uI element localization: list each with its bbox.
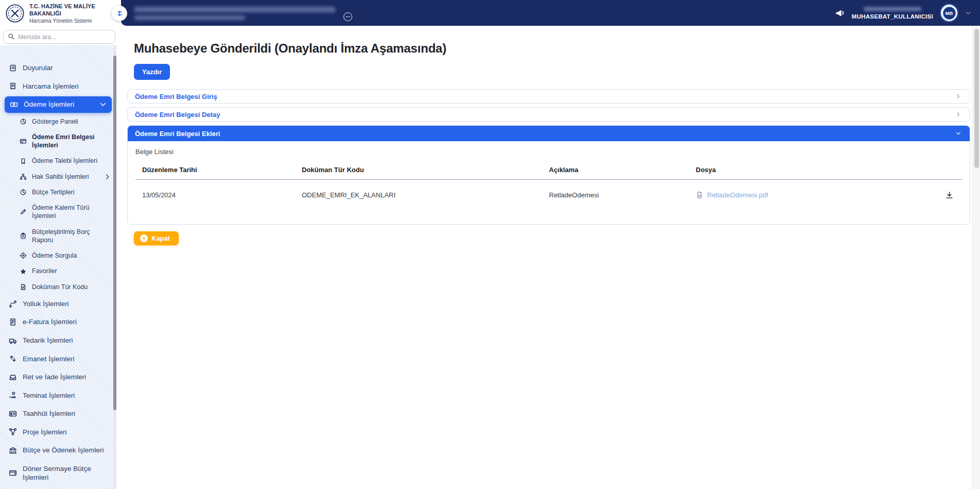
sidebar-item-label: Ödeme İşlemleri: [24, 100, 74, 109]
avatar[interactable]: MB: [940, 4, 958, 22]
sidebar-item-label: Ödeme Kalemi Türü İşlemleri: [32, 204, 97, 221]
file-link[interactable]: RetladeOdemesi.pdf: [707, 191, 768, 199]
accordion-odeme-emri-belgesi-giris[interactable]: Ödeme Emri Belgesi Giriş: [127, 89, 970, 104]
sidebar-item-tedarik-islemleri[interactable]: Tedarik İşlemleri: [0, 331, 116, 350]
sidebar-item-teminat-islemleri[interactable]: Teminat İşlemleri: [0, 386, 116, 405]
sidebar-item-favoriler[interactable]: Favoriler: [20, 263, 116, 279]
banknote-icon: [10, 100, 18, 109]
sidebar-item-label: e-Fatura İşlemleri: [23, 317, 77, 327]
print-button-label: Yazdır: [142, 68, 162, 76]
table-row: 13/05/2024 ODEME_EMRI_EK_ALANLARI Retlad…: [135, 180, 962, 203]
sidebar-scrollbar-track: [113, 45, 116, 489]
sidebar-item-gosterge-paneli[interactable]: Gösterge Paneli: [20, 114, 116, 129]
sidebar-item-butce-tertipleri[interactable]: Bütçe Tertipleri: [20, 184, 116, 200]
accordion-group: Ödeme Emri Belgesi Giriş Ödeme Emri Belg…: [127, 89, 970, 225]
truck-icon: [9, 336, 17, 345]
sidebar-item-label: Bütçeleştirilmiş Borç Raporu: [32, 228, 111, 245]
sidebar-item-odeme-sorgula[interactable]: Ödeme Sorgula: [20, 248, 116, 263]
sidebar-item-butce-ve-odenek-islemleri[interactable]: Bütçe ve Ödenek İşlemleri: [0, 441, 116, 460]
sidebar-item-hak-sahibi-islemleri[interactable]: Hak Sahibi İşlemleri: [20, 169, 116, 184]
menu-search-input[interactable]: [3, 30, 115, 44]
accordion-label: Ödeme Emri Belgesi Giriş: [135, 93, 217, 100]
column-header-doc-type: Doküman Tür Kodu: [295, 163, 542, 180]
sidebar-item-dokuman-tur-kodu[interactable]: Doküman Tür Kodu: [20, 279, 116, 295]
receipt-icon: [9, 82, 17, 90]
sidebar-scrollbar-thumb[interactable]: [113, 56, 116, 410]
more-options-button[interactable]: [343, 12, 352, 21]
sidebar-item-label: Taahhüt İşlemleri: [23, 409, 75, 418]
accordion-odeme-emri-belgesi-detay[interactable]: Ödeme Emri Belgesi Detay: [127, 107, 970, 122]
cell-doc-type: ODEME_EMRI_EK_ALANLARI: [295, 180, 542, 203]
sidebar-item-harcama-islemleri[interactable]: Harcama İşlemleri: [0, 77, 116, 96]
accordion-odeme-emri-belgesi-ekleri[interactable]: Ödeme Emri Belgesi Ekleri: [128, 126, 970, 141]
id-card-icon: [9, 410, 17, 418]
exchange-icon: [9, 355, 17, 363]
sidebar-item-e-fatura-islemleri[interactable]: e-Fatura İşlemleri: [0, 313, 116, 331]
download-icon: [945, 191, 954, 199]
sidebar-item-taahhut-islemleri[interactable]: Taahhüt İşlemleri: [0, 404, 116, 423]
sidebar-item-odeme-kalemi-turu-islemleri[interactable]: Ödeme Kalemi Türü İşlemleri: [20, 200, 116, 224]
sidebar-item-label: Hak Sahibi İşlemleri: [32, 173, 89, 181]
chevron-down-icon: [99, 100, 107, 109]
sidebar-item-odeme-talebi-islemleri[interactable]: Ödeme Talebi İşlemleri: [20, 153, 116, 168]
close-button-label: Kapat: [151, 234, 170, 242]
download-button[interactable]: [945, 191, 954, 199]
redacted-office-title-line2: [134, 15, 245, 20]
inbox-icon: [9, 373, 17, 381]
sidebar-item-label: Emanet İşlemleri: [23, 355, 75, 364]
user-menu-chevron-down-icon[interactable]: [965, 10, 972, 16]
sitemap-icon: [20, 173, 27, 180]
column-header-actions: [905, 163, 962, 180]
sidebar-item-odeme-islemleri[interactable]: Ödeme İşlemleri: [5, 96, 112, 113]
sidebar-item-yolluk-islemleri[interactable]: Yolluk İşlemleri: [0, 295, 116, 313]
sidebar-item-mahkeme-harc-ve-giderleri-islemleri[interactable]: Mahkeme Harç ve Giderleri İşlemleri: [0, 487, 116, 489]
sidebar-item-label: Favoriler: [32, 267, 57, 275]
sidebar-item-duyurular[interactable]: Duyurular: [0, 59, 116, 77]
sidebar-item-label: Proje İşlemleri: [23, 428, 67, 437]
star-icon: [20, 268, 27, 275]
sidebar-item-emanet-islemleri[interactable]: Emanet İşlemleri: [0, 350, 116, 368]
collapse-sidebar-icon: [115, 9, 124, 18]
sidebar-item-doner-sermaye-butce-islemleri[interactable]: Döner Sermaye Bütçe İşlemleri: [0, 460, 116, 487]
chevron-right-icon: [104, 173, 111, 180]
route-icon: [9, 300, 17, 308]
pdf-file-icon: [696, 191, 703, 199]
credit-card-icon: [20, 138, 27, 145]
attachments-table: Düzenleme Tarihi Doküman Tür Kodu Açıkla…: [135, 163, 962, 203]
sidebar-collapse-button[interactable]: [112, 6, 127, 21]
chevron-right-icon: [955, 111, 961, 117]
sidebar-item-label: Doküman Tür Kodu: [32, 283, 88, 291]
sidebar-item-proje-islemleri[interactable]: Proje İşlemleri: [0, 423, 116, 442]
hand-coin-icon: [9, 391, 17, 399]
sidebar: T.C. HAZİNE VE MALİYE BAKANLIĞI Harcama …: [0, 0, 121, 489]
org-title: T.C. HAZİNE VE MALİYE BAKANLIĞI: [29, 3, 117, 18]
search-icon: [8, 33, 15, 40]
document-list-title: Belge Listesi: [135, 148, 962, 156]
sidebar-item-label: Teminat İşlemleri: [23, 391, 75, 400]
sidebar-item-butcelestirilmis-borc-raporu[interactable]: Bütçeleştirilmiş Borç Raporu: [20, 224, 116, 248]
top-bar: MUHASEBAT_KULLANICISI MB: [121, 0, 980, 26]
megaphone-icon[interactable]: [835, 8, 845, 18]
sidebar-item-label: Harcama İşlemleri: [23, 82, 79, 91]
target-icon: [20, 252, 27, 259]
cell-actions: [905, 180, 962, 203]
sidebar-item-odeme-emri-belgesi-islemleri[interactable]: Ödeme Emri Belgesi İşlemleri: [20, 129, 116, 154]
redacted-user-name: [864, 7, 921, 11]
sidebar-item-label: Bütçe Tertipleri: [32, 188, 74, 196]
cell-file: RetladeOdemesi.pdf: [689, 180, 905, 203]
pie-chart-icon: [20, 189, 27, 196]
sidebar-item-label: Ödeme Sorgula: [32, 251, 77, 260]
wallet-icon: [9, 469, 17, 477]
document-icon: [20, 283, 27, 291]
print-button[interactable]: Yazdır: [134, 64, 170, 80]
column-header-description: Açıklama: [542, 163, 689, 180]
ellipsis-icon: [345, 14, 351, 20]
page-scrollbar-thumb[interactable]: [974, 29, 979, 168]
ministry-seal-logo: [5, 4, 25, 23]
close-button[interactable]: ✕ Kapat: [134, 231, 179, 245]
page-title: Muhasebeye Gönderildi (Onaylandı İmza Aş…: [134, 41, 970, 56]
bank-icon: [9, 446, 17, 454]
sidebar-item-label: Bütçe ve Ödenek İşlemleri: [23, 446, 104, 455]
sidebar-item-label: Ret ve İade İşlemleri: [23, 373, 86, 382]
sidebar-item-ret-ve-iade-islemleri[interactable]: Ret ve İade İşlemleri: [0, 368, 116, 386]
